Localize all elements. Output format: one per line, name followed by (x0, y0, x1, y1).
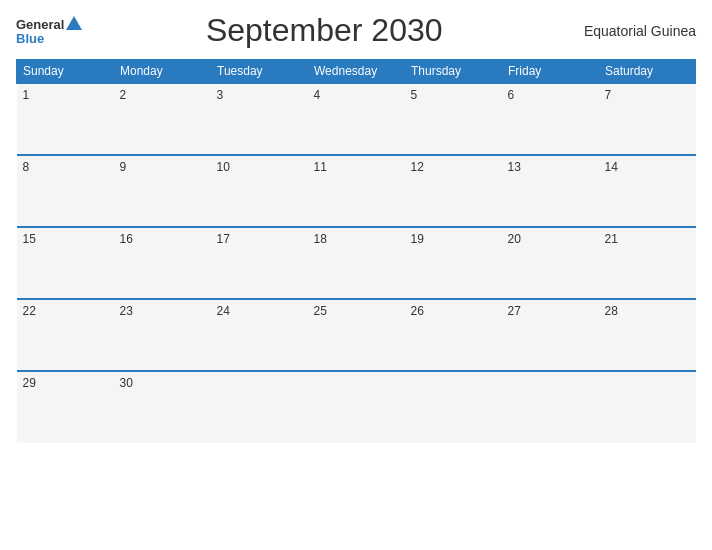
calendar-body: 1234567891011121314151617181920212223242… (17, 83, 696, 443)
calendar-cell: 13 (502, 155, 599, 227)
calendar-cell: 29 (17, 371, 114, 443)
day-number: 22 (23, 304, 36, 318)
calendar-header: General Blue September 2030 Equatorial G… (16, 12, 696, 49)
day-number: 17 (217, 232, 230, 246)
logo: General Blue (16, 16, 82, 45)
day-number: 13 (508, 160, 521, 174)
calendar-cell: 30 (114, 371, 211, 443)
calendar-cell (599, 371, 696, 443)
calendar-header-row: Sunday Monday Tuesday Wednesday Thursday… (17, 60, 696, 84)
calendar-cell: 10 (211, 155, 308, 227)
calendar-cell: 7 (599, 83, 696, 155)
day-number: 15 (23, 232, 36, 246)
day-number: 16 (120, 232, 133, 246)
country-label: Equatorial Guinea (566, 23, 696, 39)
calendar-cell: 11 (308, 155, 405, 227)
calendar-cell: 22 (17, 299, 114, 371)
day-number: 24 (217, 304, 230, 318)
calendar-cell: 24 (211, 299, 308, 371)
col-monday: Monday (114, 60, 211, 84)
day-number: 6 (508, 88, 515, 102)
day-number: 30 (120, 376, 133, 390)
calendar-cell (211, 371, 308, 443)
calendar-cell (308, 371, 405, 443)
calendar-cell: 1 (17, 83, 114, 155)
calendar-cell: 21 (599, 227, 696, 299)
calendar-cell: 5 (405, 83, 502, 155)
day-number: 3 (217, 88, 224, 102)
calendar-cell: 27 (502, 299, 599, 371)
calendar-cell: 8 (17, 155, 114, 227)
day-number: 25 (314, 304, 327, 318)
day-number: 8 (23, 160, 30, 174)
day-number: 4 (314, 88, 321, 102)
col-thursday: Thursday (405, 60, 502, 84)
calendar-cell: 17 (211, 227, 308, 299)
calendar-cell: 26 (405, 299, 502, 371)
day-number: 20 (508, 232, 521, 246)
calendar-container: General Blue September 2030 Equatorial G… (0, 0, 712, 550)
day-number: 2 (120, 88, 127, 102)
col-friday: Friday (502, 60, 599, 84)
calendar-cell: 28 (599, 299, 696, 371)
day-number: 21 (605, 232, 618, 246)
logo-general-text: General (16, 18, 64, 31)
calendar-cell: 9 (114, 155, 211, 227)
calendar-cell: 20 (502, 227, 599, 299)
calendar-cell: 25 (308, 299, 405, 371)
day-number: 14 (605, 160, 618, 174)
day-number: 23 (120, 304, 133, 318)
calendar-cell: 4 (308, 83, 405, 155)
day-number: 27 (508, 304, 521, 318)
calendar-cell: 23 (114, 299, 211, 371)
day-number: 19 (411, 232, 424, 246)
day-number: 5 (411, 88, 418, 102)
day-number: 10 (217, 160, 230, 174)
calendar-cell (405, 371, 502, 443)
col-tuesday: Tuesday (211, 60, 308, 84)
calendar-cell: 16 (114, 227, 211, 299)
month-title: September 2030 (82, 12, 566, 49)
logo-blue-text: Blue (16, 32, 44, 45)
col-sunday: Sunday (17, 60, 114, 84)
calendar-cell: 19 (405, 227, 502, 299)
col-saturday: Saturday (599, 60, 696, 84)
calendar-cell (502, 371, 599, 443)
day-number: 29 (23, 376, 36, 390)
day-number: 18 (314, 232, 327, 246)
day-number: 26 (411, 304, 424, 318)
calendar-cell: 6 (502, 83, 599, 155)
logo-triangle-icon (66, 16, 82, 30)
day-number: 7 (605, 88, 612, 102)
calendar-cell: 3 (211, 83, 308, 155)
calendar-cell: 12 (405, 155, 502, 227)
calendar-cell: 2 (114, 83, 211, 155)
day-number: 1 (23, 88, 30, 102)
day-number: 12 (411, 160, 424, 174)
day-number: 9 (120, 160, 127, 174)
col-wednesday: Wednesday (308, 60, 405, 84)
calendar-cell: 18 (308, 227, 405, 299)
day-number: 28 (605, 304, 618, 318)
day-number: 11 (314, 160, 327, 174)
calendar-table: Sunday Monday Tuesday Wednesday Thursday… (16, 59, 696, 443)
calendar-cell: 15 (17, 227, 114, 299)
calendar-cell: 14 (599, 155, 696, 227)
